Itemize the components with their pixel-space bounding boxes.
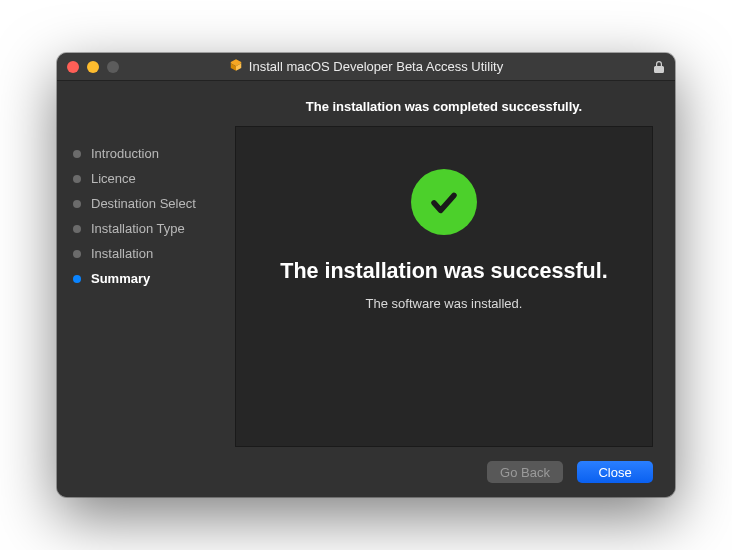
close-button[interactable]: Close (577, 461, 653, 483)
window-title: Install macOS Developer Beta Access Util… (249, 59, 503, 74)
step-label: Installation (91, 246, 153, 261)
step-installation: Installation (73, 241, 231, 266)
step-introduction: Introduction (73, 141, 231, 166)
success-heading: The installation was successful. (280, 259, 607, 284)
step-licence: Licence (73, 166, 231, 191)
installer-window: Install macOS Developer Beta Access Util… (57, 53, 675, 497)
step-bullet-icon (73, 200, 81, 208)
step-bullet-icon (73, 225, 81, 233)
step-label: Summary (91, 271, 150, 286)
window-body: Introduction Licence Destination Select … (57, 81, 675, 497)
content-panel: The installation was successful. The sof… (235, 126, 653, 447)
sidebar: Introduction Licence Destination Select … (57, 81, 235, 497)
lock-icon[interactable] (653, 60, 665, 74)
step-summary: Summary (73, 266, 231, 291)
page-header: The installation was completed successfu… (235, 99, 653, 114)
step-installation-type: Installation Type (73, 216, 231, 241)
success-subtext: The software was installed. (366, 296, 523, 311)
step-bullet-icon (73, 175, 81, 183)
button-row: Go Back Close (235, 447, 653, 483)
titlebar: Install macOS Developer Beta Access Util… (57, 53, 675, 81)
close-window-button[interactable] (67, 61, 79, 73)
go-back-button: Go Back (487, 461, 563, 483)
traffic-lights (67, 61, 119, 73)
step-list: Introduction Licence Destination Select … (73, 141, 231, 291)
step-bullet-icon (73, 150, 81, 158)
step-label: Installation Type (91, 221, 185, 236)
step-label: Destination Select (91, 196, 196, 211)
step-label: Introduction (91, 146, 159, 161)
step-bullet-icon (73, 250, 81, 258)
step-destination-select: Destination Select (73, 191, 231, 216)
window-title-container: Install macOS Developer Beta Access Util… (57, 58, 675, 75)
minimize-window-button[interactable] (87, 61, 99, 73)
step-label: Licence (91, 171, 136, 186)
step-bullet-icon (73, 275, 81, 283)
maximize-window-button (107, 61, 119, 73)
package-icon (229, 58, 243, 75)
success-checkmark-icon (411, 169, 477, 235)
main-area: The installation was completed successfu… (235, 81, 675, 497)
